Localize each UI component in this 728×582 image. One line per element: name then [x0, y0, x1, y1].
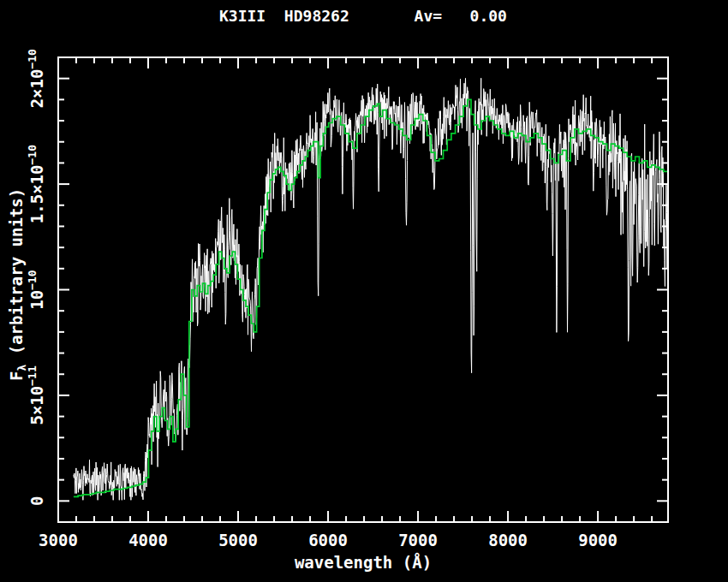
- plot-border: [58, 57, 668, 522]
- flux-symbol: F: [7, 371, 26, 381]
- y-tick-label: 10−10: [26, 270, 46, 310]
- x-tick-label: 5000: [218, 531, 258, 549]
- flux-subscript-lambda: λ: [15, 365, 28, 371]
- x-tick-label: 4000: [128, 531, 168, 549]
- x-tick-label: 3000: [39, 531, 78, 549]
- y-tick-label: 5×10−11: [26, 365, 46, 425]
- y-tick-label: 1.5×10−10: [26, 145, 46, 223]
- y-axis-title: Fλ (arbitrary units): [7, 184, 26, 381]
- plot-frame: [58, 57, 668, 522]
- y-tick-labels: 05×10−1110−101.5×10−102×10−10: [26, 49, 46, 506]
- screen: { "window": { "width": 850, "height": 68…: [0, 0, 728, 582]
- model-spectrum-path: [74, 99, 668, 496]
- y-axis-units: (arbitrary units): [7, 188, 26, 365]
- observed-spectrum: [74, 78, 668, 500]
- x-tick-label: 7000: [398, 531, 438, 549]
- spectrum-chart: 300040005000600070008000900005×10−1110−1…: [0, 0, 728, 582]
- y-tick-label: 2×10−10: [26, 49, 46, 108]
- model-spectrum: [74, 99, 668, 496]
- x-tick-label: 9000: [578, 531, 618, 549]
- x-tick-labels: 3000400050006000700080009000: [39, 531, 618, 549]
- x-tick-label: 6000: [308, 531, 348, 549]
- axis-ticks: [58, 57, 668, 522]
- x-tick-label: 8000: [488, 531, 528, 549]
- y-tick-label: 0: [27, 496, 46, 506]
- observed-spectrum-path: [74, 78, 668, 500]
- x-axis-title: wavelength (Å): [58, 553, 668, 572]
